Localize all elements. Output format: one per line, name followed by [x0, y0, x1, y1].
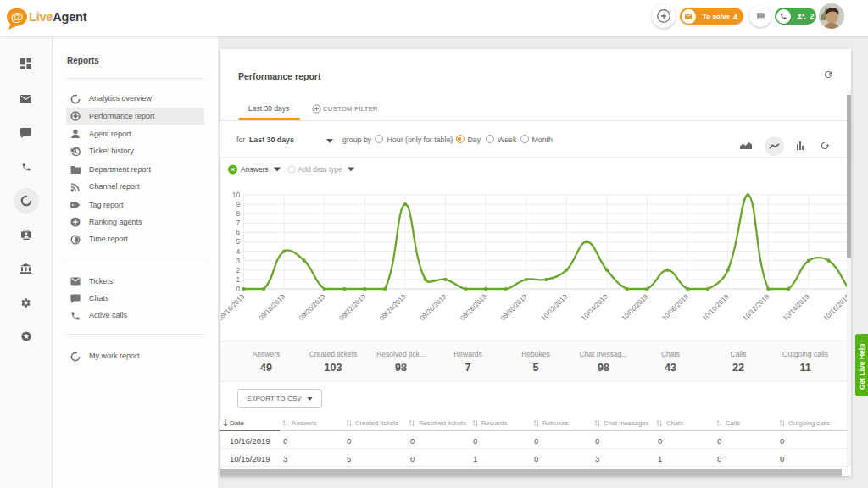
svg-text:Answers: Answers — [241, 165, 269, 174]
svg-text:10/04/2019: 10/04/2019 — [580, 292, 609, 322]
svg-text:09/30/2019: 09/30/2019 — [499, 292, 529, 322]
svg-text:Add data type: Add data type — [298, 165, 343, 174]
svg-text:3: 3 — [236, 257, 240, 265]
svg-text:@: @ — [11, 9, 24, 24]
svg-text:09/24/2019: 09/24/2019 — [378, 292, 408, 322]
svg-text:7: 7 — [236, 219, 240, 227]
svg-text:8: 8 — [236, 209, 240, 218]
svg-text:4: 4 — [236, 247, 240, 256]
svg-text:09/28/2019: 09/28/2019 — [459, 292, 488, 322]
svg-text:09/16/2019: 09/16/2019 — [220, 292, 247, 322]
svg-text:9: 9 — [236, 200, 240, 208]
svg-text:10/14/2019: 10/14/2019 — [782, 292, 811, 322]
svg-text:10/12/2019: 10/12/2019 — [742, 292, 771, 322]
svg-text:09/18/2019: 09/18/2019 — [257, 292, 287, 322]
svg-text:6: 6 — [236, 228, 240, 236]
svg-text:09/22/2019: 09/22/2019 — [338, 292, 368, 322]
svg-text:5: 5 — [236, 237, 240, 246]
svg-text:2: 2 — [236, 266, 240, 274]
svg-text:09/20/2019: 09/20/2019 — [298, 292, 327, 322]
svg-text:10/08/2019: 10/08/2019 — [660, 292, 690, 322]
svg-text:10: 10 — [232, 191, 241, 199]
svg-text:0: 0 — [236, 285, 240, 293]
svg-text:10/02/2019: 10/02/2019 — [540, 292, 570, 322]
svg-text:10/10/2019: 10/10/2019 — [701, 292, 731, 322]
svg-text:09/26/2019: 09/26/2019 — [419, 292, 448, 322]
svg-text:10/06/2019: 10/06/2019 — [620, 292, 650, 322]
svg-text:1: 1 — [236, 275, 240, 284]
